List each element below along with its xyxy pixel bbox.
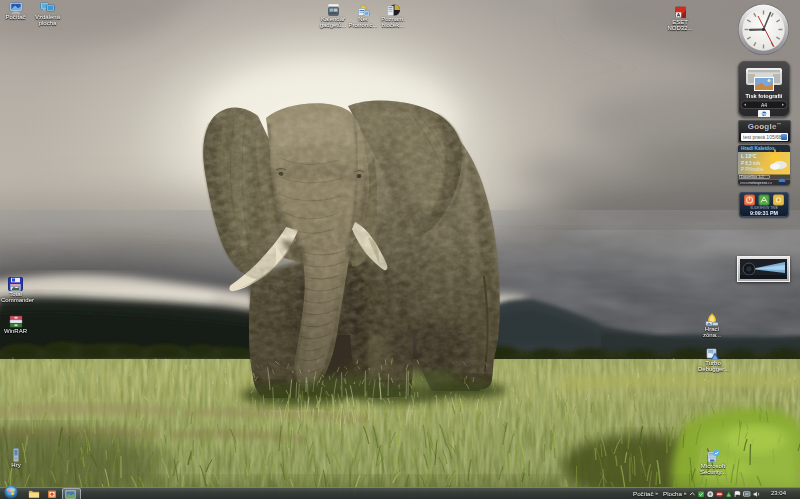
svg-text:Hradí Kaleidos: Hradí Kaleidos (741, 146, 775, 151)
svg-text:Tisk fotografií: Tisk fotografií (746, 93, 783, 99)
svg-text:Datum/čas 1+1: Datum/čas 1+1 (741, 175, 764, 179)
svg-text:9:09:31 PM: 9:09:31 PM (750, 210, 779, 216)
svg-text:P 8,3 m/s: P 8,3 m/s (741, 161, 761, 166)
svg-text:L 13°C: L 13°C (741, 153, 757, 159)
svg-text:A4: A4 (761, 102, 767, 108)
svg-text:hp: hp (762, 112, 766, 116)
svg-text:www.meteopress.cz: www.meteopress.cz (740, 181, 772, 185)
svg-text:P Příhodně: P Příhodně (741, 167, 764, 172)
